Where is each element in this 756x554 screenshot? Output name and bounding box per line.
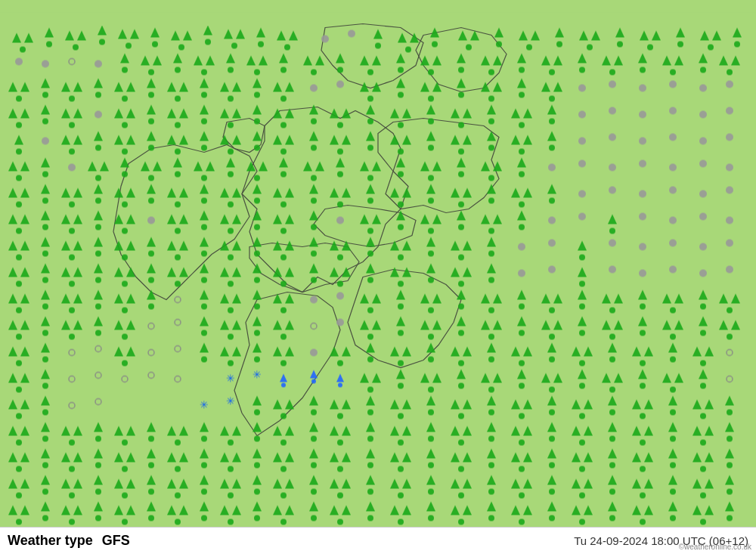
bottom-bar: Weather type GFS Tu 24-09-2024 18:00 UTC…: [0, 527, 756, 554]
model-name: GFS: [102, 533, 130, 549]
watermark: ©weatheronline.co.uk: [679, 543, 751, 551]
weather-map: ✳: [0, 0, 756, 554]
map-title-label: Weather type: [8, 533, 93, 549]
map-container: ✳: [0, 0, 756, 554]
map-title-area: Weather type GFS: [8, 533, 130, 549]
